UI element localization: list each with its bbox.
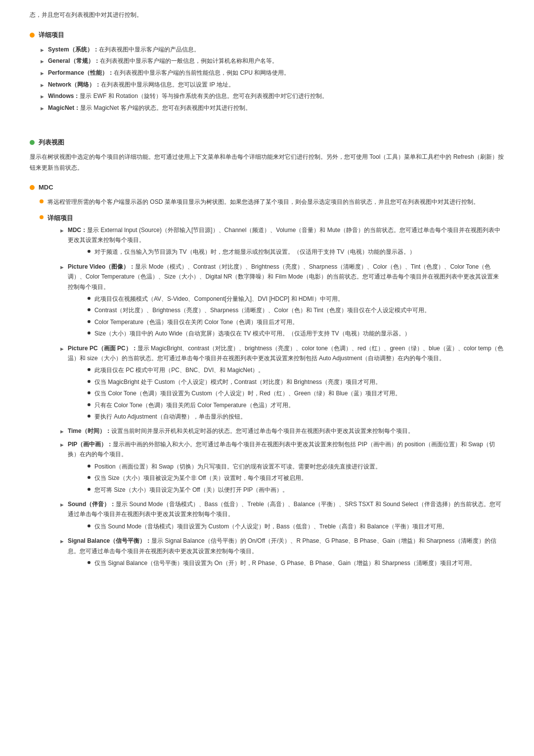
detail-item-windows: ► Windows：显示 EWF 和 Rotation（旋转）等与操作系统有关的…: [40, 91, 504, 101]
detail-item-system-text: System（系统）：在列表视图中显示客户端的产品信息。: [48, 45, 200, 54]
arrow-icon-pip: ►: [59, 440, 65, 450]
arrow-icon-signal: ►: [59, 537, 65, 546]
bullet-dot-3: [88, 308, 90, 311]
picvid-sub-4: Size（大小）项目中的 Auto Wide（自动宽屏）选项仅在 TV 模式中可…: [68, 329, 504, 338]
picpc-sub-2: 仅当 MagicBright 处于 Custom（个人设定）模式时，Contra…: [68, 377, 504, 387]
mdc-item-sound-text: Sound（伴音）：显示 Sound Mode（音场模式）、Bass（低音）、T…: [68, 501, 501, 518]
bullet-dot-12: [88, 476, 90, 479]
sound-sub-1: 仅当 Sound Mode（音场模式）项目设置为 Custom（个人设定）时，B…: [68, 521, 504, 531]
intro-text: 态，并且您可在列表视图中对其进行控制。: [30, 10, 504, 21]
arrow-icon-sound: ►: [59, 500, 65, 510]
mdc-item-picture-pc: ► Picture PC（画面 PC）：显示 MagicBright、contr…: [59, 343, 504, 424]
orange-dot-4: [40, 215, 44, 219]
arrow-icon-5: ►: [40, 92, 45, 101]
mdc-sub-bullets: 对于频道，仅当输入为节目源为 TV（电视）时，您才能显示或控制其设置。（仅适用于…: [68, 247, 504, 257]
arrow-icon-picvid: ►: [59, 263, 65, 272]
picpc-sub-1: 此项目仅在 PC 模式中可用（PC、BNC、DVI、和 MagicNet）。: [68, 365, 504, 375]
arrow-icon-3: ►: [40, 69, 45, 78]
mdc-tree-desc-item: 将远程管理所需的每个客户端显示器的 OSD 菜单项目显示为树状图。如果您选择了某…: [40, 197, 504, 207]
mdc-item-time-text: Time（时间）：设置当前时间并显示开机和关机定时器的状态。您可通过单击每个项目…: [68, 427, 414, 434]
mdc-item-signal-text: Signal Balance（信号平衡）：显示 Signal Balance（信…: [68, 537, 496, 554]
detail-item-magicnet: ► MagicNet：显示 MagicNet 客户端的状态。您可在列表视图中对其…: [40, 103, 504, 113]
bullet-dot-9: [88, 403, 90, 406]
green-dot-1: [30, 140, 35, 145]
sound-sub-1-text: 仅当 Sound Mode（音场模式）项目设置为 Custom（个人设定）时，B…: [94, 521, 448, 531]
mdc-item-pip-content: PIP（画中画）：显示画中画的外部输入和大小。您可通过单击每个项目并在视图列表中…: [68, 439, 504, 496]
picvid-sub-bullets: 此项目仅在视频模式（AV、S-Video、Component[分量输入]、DVI…: [68, 294, 504, 339]
picvid-sub-2-text: Contrast（对比度）、Brightness（亮度）、Sharpness（清…: [94, 305, 430, 315]
picvid-sub-3: Color Temperature（色温）项目仅在关闭 Color Tone（色…: [68, 317, 504, 327]
mdc-section: MDC 将远程管理所需的每个客户端显示器的 OSD 菜单项目显示为树状图。如果您…: [30, 182, 504, 569]
bullet-dot-10: [88, 415, 90, 418]
picpc-sub-bullets: 此项目仅在 PC 模式中可用（PC、BNC、DVI、和 MagicNet）。 仅…: [68, 365, 504, 422]
picpc-sub-4: 只有在 Color Tone（色调）项目关闭后 Color Temperatur…: [68, 400, 504, 410]
mdc-item-picvid-text: Picture Video（图像）：显示 Mode（模式）、Contrast（对…: [68, 263, 499, 290]
detail-item-windows-text: Windows：显示 EWF 和 Rotation（旋转）等与操作系统有关的信息…: [48, 91, 328, 101]
mdc-sub-item-channel-text: 对于频道，仅当输入为节目源为 TV（电视）时，您才能显示或控制其设置。（仅适用于…: [94, 247, 415, 257]
picpc-sub-2-text: 仅当 MagicBright 处于 Custom（个人设定）模式时，Contra…: [94, 377, 381, 387]
arrow-icon-mdc: ►: [59, 226, 65, 236]
mdc-item-pip-text: PIP（画中画）：显示画中画的外部输入和大小。您可通过单击每个项目并在视图列表中…: [68, 441, 495, 458]
arrow-icon-1: ►: [40, 46, 45, 55]
sound-sub-bullets: 仅当 Sound Mode（音场模式）项目设置为 Custom（个人设定）时，B…: [68, 521, 504, 531]
pip-sub-3: 您可将 Size（大小）项目设定为某个 Off（关）以便打开 PIP（画中画）。: [68, 485, 504, 495]
bullet-dot-2: [88, 297, 90, 300]
detail-item-magicnet-text: MagicNet：显示 MagicNet 客户端的状态。您可在列表视图中对其进行…: [48, 103, 251, 113]
mdc-item-signal-balance: ► Signal Balance（信号平衡）：显示 Signal Balance…: [59, 536, 504, 569]
pip-sub-1: Position（画面位置）和 Swap（切换）为只写项目。它们的现有设置不可读…: [68, 462, 504, 472]
list-view-section: 列表视图 显示在树状视图中选定的每个项目的详细功能。您可通过使用上下文菜单和单击…: [30, 137, 504, 173]
signal-sub-bullets: 仅当 Signal Balance（信号平衡）项目设置为 On（开）时，R Ph…: [68, 558, 504, 568]
detail-item-general: ► General（常规）：在列表视图中显示客户端的一般信息，例如计算机名称和用…: [40, 56, 504, 66]
detail-item-general-text: General（常规）：在列表视图中显示客户端的一般信息，例如计算机名称和用户名…: [48, 56, 278, 66]
pip-sub-1-text: Position（画面位置）和 Swap（切换）为只写项目。它们的现有设置不可读…: [94, 462, 381, 472]
signal-sub-1-text: 仅当 Signal Balance（信号平衡）项目设置为 On（开）时，R Ph…: [94, 558, 476, 568]
orange-dot-2: [30, 185, 35, 190]
detail-title-top: 详细项目: [39, 30, 64, 41]
picvid-sub-4-text: Size（大小）项目中的 Auto Wide（自动宽屏）选项仅在 TV 模式中可…: [94, 329, 410, 338]
picpc-sub-1-text: 此项目仅在 PC 模式中可用（PC、BNC、DVI、和 MagicNet）。: [94, 365, 264, 375]
mdc-sub-section: 将远程管理所需的每个客户端显示器的 OSD 菜单项目显示为树状图。如果您选择了某…: [30, 197, 504, 207]
mdc-item-picture-video: ► Picture Video（图像）：显示 Mode（模式）、Contrast…: [59, 262, 504, 340]
picvid-sub-1-text: 此项目仅在视频模式（AV、S-Video、Component[分量输入]、DVI…: [94, 294, 344, 304]
bullet-dot-5: [88, 331, 90, 334]
pip-sub-2: 仅当 Size（大小）项目被设定为某个非 Off（关）设置时，每个项目才可被启用…: [68, 473, 504, 483]
mdc-sub-item-channel: 对于频道，仅当输入为节目源为 TV（电视）时，您才能显示或控制其设置。（仅适用于…: [68, 247, 504, 257]
mdc-item-sound: ► Sound（伴音）：显示 Sound Mode（音场模式）、Bass（低音）…: [59, 499, 504, 533]
mdc-header: MDC: [30, 182, 504, 193]
picpc-sub-3: 仅当 Color Tone（色调）项目设置为 Custom（个人设定）时，Red…: [68, 388, 504, 398]
spacer-1: [30, 122, 504, 137]
mdc-detail-header-item: 详细项目: [40, 213, 504, 224]
arrow-icon-4: ►: [40, 81, 45, 90]
arrow-icon-picpc: ►: [59, 344, 65, 354]
list-view-header: 列表视图: [30, 137, 504, 148]
picpc-sub-5-text: 要执行 Auto Adjustment（自动调整），单击显示的按钮。: [94, 412, 246, 422]
detail-items-section-top: 详细项目 ► System（系统）：在列表视图中显示客户端的产品信息。 ► Ge…: [30, 30, 504, 113]
mdc-item-mdc-content: MDC：显示 External Input (Source)（外部输入[节目源]…: [68, 225, 504, 259]
bullet-dot-11: [88, 465, 90, 468]
detail-item-network-text: Network（网络）：在列表视图中显示网络信息。您可以设置 IP 地址。: [48, 80, 234, 90]
picpc-sub-3-text: 仅当 Color Tone（色调）项目设置为 Custom（个人设定）时，Red…: [94, 388, 401, 398]
bullet-dot-8: [88, 391, 90, 394]
bullet-dot-7: [88, 380, 90, 383]
mdc-item-picpc-content: Picture PC（画面 PC）：显示 MagicBright、contras…: [68, 343, 504, 424]
mdc-title: MDC: [39, 182, 53, 193]
mdc-item-signal-content: Signal Balance（信号平衡）：显示 Signal Balance（信…: [68, 536, 504, 569]
list-view-desc: 显示在树状视图中选定的每个项目的详细功能。您可通过使用上下文菜单和单击每个详细功…: [30, 152, 504, 173]
bullet-dot-1: [88, 250, 90, 253]
bullet-dot-13: [88, 488, 90, 491]
mdc-item-pip: ► PIP（画中画）：显示画中画的外部输入和大小。您可通过单击每个项目并在视图列…: [59, 439, 504, 496]
detail-item-performance-text: Performance（性能）：在列表视图中显示客户端的当前性能信息，例如 CP…: [48, 68, 290, 78]
intro-section: 态，并且您可在列表视图中对其进行控制。: [30, 10, 504, 21]
mdc-item-time: ► Time（时间）：设置当前时间并显示开机和关机定时器的状态。您可通过单击每个…: [59, 426, 504, 436]
mdc-item-picvid-content: Picture Video（图像）：显示 Mode（模式）、Contrast（对…: [68, 262, 504, 340]
picvid-sub-2: Contrast（对比度）、Brightness（亮度）、Sharpness（清…: [68, 305, 504, 315]
mdc-detail-items: ► MDC：显示 External Input (Source)（外部输入[节目…: [40, 225, 504, 570]
detail-item-system: ► System（系统）：在列表视图中显示客户端的产品信息。: [40, 45, 504, 55]
orange-dot-3: [40, 199, 44, 203]
detail-item-performance: ► Performance（性能）：在列表视图中显示客户端的当前性能信息，例如 …: [40, 68, 504, 78]
mdc-item-time-content: Time（时间）：设置当前时间并显示开机和关机定时器的状态。您可通过单击每个项目…: [68, 426, 414, 436]
mdc-item-mdc: ► MDC：显示 External Input (Source)（外部输入[节目…: [59, 225, 504, 259]
bullet-dot-14: [88, 524, 90, 527]
arrow-icon-2: ►: [40, 57, 45, 66]
picvid-sub-1: 此项目仅在视频模式（AV、S-Video、Component[分量输入]、DVI…: [68, 294, 504, 304]
